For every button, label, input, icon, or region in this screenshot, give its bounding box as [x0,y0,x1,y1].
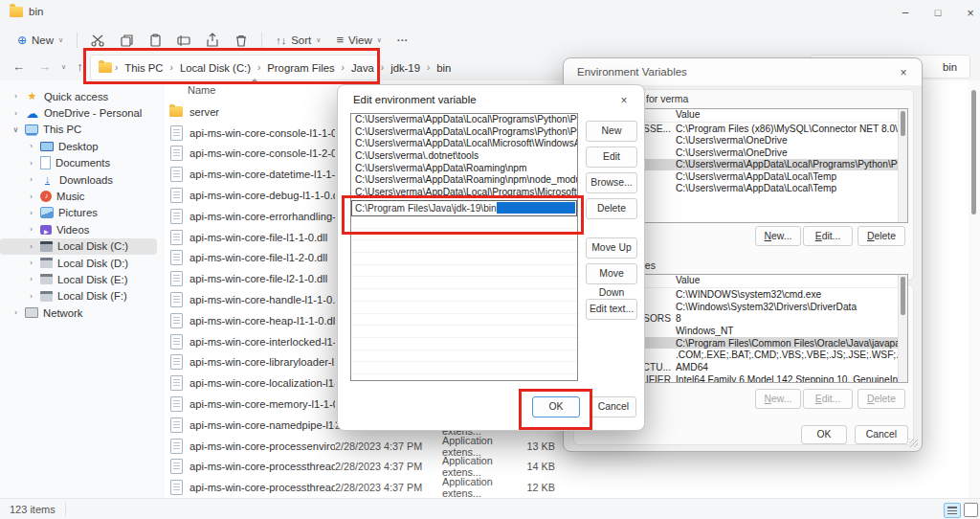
value-column-header[interactable]: Value [676,275,907,287]
more-options-button[interactable]: ··· [390,32,416,49]
expand-chevron-icon[interactable]: › [27,242,35,251]
sidebar-item[interactable]: › OneDrive - Personal [0,104,157,121]
expand-chevron-icon[interactable]: › [11,92,20,101]
edit-path-button[interactable]: Edit [586,147,637,168]
breadcrumb-segment[interactable]: bin [433,60,455,76]
sidebar-item[interactable]: › Network [0,305,157,321]
paste-button[interactable] [141,30,169,51]
system-new-button[interactable]: New... [755,389,801,409]
history-chevron-icon[interactable]: ∨ [57,63,70,71]
column-header-name[interactable]: Name [188,84,215,96]
table-scrollbar[interactable] [898,109,907,222]
browse-button[interactable]: Browse... [586,172,637,193]
scrollbar-thumb[interactable] [901,111,905,136]
file-name: api-ms-win-core-libraryloader-l1-1-0.dll [189,356,335,368]
forward-button[interactable]: → [32,57,57,76]
view-button[interactable]: ≡ View ∨ [328,30,389,50]
sidebar-item[interactable]: › Local Disk (C:) [0,238,157,255]
sidebar-item[interactable]: › Music [0,188,157,204]
path-item[interactable]: C:\Users\verma\.dotnet\tools [351,150,577,163]
sidebar-item[interactable]: › Downloads [0,171,157,188]
sidebar-item[interactable]: › Local Disk (F:) [0,288,157,305]
file-name: api-ms-win-core-processthreads-l1-1-0.dl… [189,461,335,472]
expand-chevron-icon[interactable]: › [27,159,35,168]
sidebar-item[interactable]: › Documents [0,155,157,171]
user-delete-button[interactable]: Delete [858,226,905,246]
user-edit-button[interactable]: Edit... [803,226,853,246]
path-item[interactable]: C:\Users\verma\AppData\Local\Programs\Py… [351,126,577,139]
edit-cancel-button[interactable]: Cancel [590,396,636,417]
sort-button[interactable]: ↑↓ Sort ∨ [268,32,328,49]
expand-chevron-icon[interactable]: › [27,225,35,234]
sidebar-item[interactable]: › Local Disk (D:) [0,255,157,271]
close-icon[interactable]: × [895,64,912,81]
expand-chevron-icon[interactable]: › [27,142,35,150]
expand-chevron-icon[interactable]: › [11,308,20,317]
breadcrumb-segment[interactable]: Program Files [263,60,338,76]
expand-chevron-icon[interactable]: › [27,275,35,283]
minimize-button[interactable]: − [888,0,923,25]
move-down-button[interactable]: Move Down [586,263,637,284]
new-button[interactable]: ⊕ New ∨ [10,31,71,50]
user-new-button[interactable]: New... [755,226,801,246]
path-item[interactable]: C:\Users\verma\AppData\Local\Programs\Py… [351,114,577,126]
sidebar-item[interactable]: › Quick access [0,88,157,104]
details-view-button[interactable] [944,503,961,518]
delete-button[interactable] [227,30,256,51]
share-button[interactable] [198,30,227,51]
file-row[interactable]: api-ms-win-core-processthreads-l1-1-1.dl… [165,477,980,498]
sidebar-item[interactable]: › Local Disk (E:) [0,271,157,287]
close-icon[interactable]: × [615,92,633,109]
breadcrumb-segment[interactable]: Local Disk (C:) [176,60,255,76]
scrollbar-thumb[interactable] [901,277,905,315]
path-edit-row[interactable]: C:\Program Files\Java\jdk-19\bin [351,200,577,216]
sidebar-item[interactable]: › Videos [0,221,157,237]
table-scrollbar[interactable] [898,275,907,382]
path-item[interactable]: C:\Users\verma\AppData\Local\Microsoft\W… [351,138,577,150]
sort-ascending-icon [251,79,258,82]
file-name: api-ms-win-core-processthreads-l1-1-1.dl… [189,482,335,493]
sidebar-item[interactable]: › Desktop [0,138,157,154]
expand-chevron-icon[interactable]: › [27,259,35,267]
path-list[interactable]: C:\Users\verma\AppData\Local\Programs\Py… [350,113,578,381]
cut-button[interactable] [83,30,112,51]
edit-ok-button[interactable]: OK [532,396,580,417]
env-ok-button[interactable]: OK [801,425,847,444]
file-list-scrollbar[interactable] [969,80,980,498]
expand-chevron-icon[interactable]: ∨ [11,125,20,134]
file-icon [168,313,184,328]
file-type-icon [170,167,183,182]
scrollbar-thumb[interactable] [971,90,976,214]
value-column-header[interactable]: Value [676,109,907,122]
expand-chevron-icon[interactable]: › [27,192,35,201]
file-row[interactable]: api-ms-win-core-processthreads-l1-1-0.dl… [165,457,980,478]
back-button[interactable]: ← [6,57,32,76]
path-item[interactable]: C:\Users\verma\AppData\Roaming\npm\node_… [351,174,577,187]
breadcrumb-segment[interactable]: Java [347,60,378,76]
large-icons-view-button[interactable] [964,503,978,517]
edit-text-button[interactable]: Edit text... [586,299,637,320]
move-up-button[interactable]: Move Up [586,237,637,259]
window-tab[interactable]: bin [10,6,43,17]
expand-chevron-icon[interactable]: › [27,175,35,184]
delete-path-button[interactable]: Delete [586,198,637,219]
sidebar-item[interactable]: › Pictures [0,205,157,221]
rename-button[interactable] [169,30,198,51]
sidebar-item[interactable]: ∨ This PC [0,122,157,138]
copy-button[interactable] [112,30,141,51]
path-item[interactable]: C:\Users\verma\AppData\Roaming\npm [351,163,577,175]
env-cancel-button[interactable]: Cancel [855,425,908,444]
maximize-button[interactable]: □ [921,0,955,25]
breadcrumb-segment[interactable]: jdk-19 [387,60,424,76]
sidebar-item-label: This PC [43,124,81,135]
up-button[interactable]: ↑ [70,57,90,76]
system-delete-button[interactable]: Delete [858,389,905,409]
close-button[interactable]: × [953,0,980,25]
system-edit-button[interactable]: Edit... [803,389,853,409]
expand-chevron-icon[interactable]: › [27,292,35,301]
expand-chevron-icon[interactable]: › [27,209,35,217]
new-path-button[interactable]: New [586,121,637,142]
path-item[interactable]: C:\Users\verma\AppData\Local\Programs\Mi… [351,187,577,199]
breadcrumb-segment[interactable]: This PC [121,60,167,76]
expand-chevron-icon[interactable]: › [11,109,20,118]
